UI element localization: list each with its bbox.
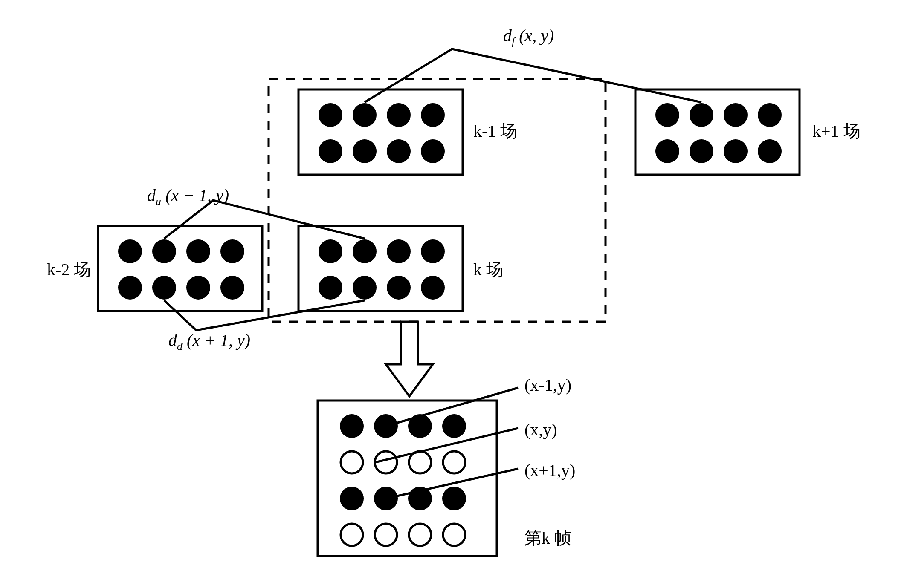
field-k-label: k 场 [473, 258, 503, 281]
svg-point-32 [319, 276, 342, 300]
down-arrow-icon [386, 322, 433, 396]
svg-point-1 [319, 103, 342, 127]
frame-k-label: 第k 帧 [524, 526, 571, 550]
svg-point-2 [353, 103, 377, 127]
du-label: du (x − 1, y) [147, 185, 229, 208]
svg-point-40 [442, 414, 466, 438]
coord-xy: (x,y) [524, 420, 557, 440]
svg-point-17 [758, 139, 782, 163]
svg-point-37 [340, 414, 364, 438]
diagram-stage: df (x, y) du (x − 1, y) dd (x + 1, y) k-… [0, 0, 904, 588]
svg-point-28 [319, 239, 342, 263]
svg-point-41 [341, 451, 363, 473]
svg-point-16 [724, 139, 748, 163]
field-kp1-label: k+1 场 [812, 119, 861, 143]
coord-xm1y: (x-1,y) [524, 375, 571, 395]
svg-point-13 [758, 103, 782, 127]
svg-point-33 [353, 276, 377, 300]
svg-point-51 [409, 524, 431, 546]
svg-point-19 [118, 239, 142, 263]
svg-point-7 [387, 139, 411, 163]
svg-point-4 [421, 103, 445, 127]
dd-connector [164, 300, 365, 330]
field-km1 [298, 89, 463, 175]
svg-point-8 [421, 139, 445, 163]
svg-point-15 [690, 139, 713, 163]
df-label: df (x, y) [503, 26, 554, 48]
svg-point-3 [387, 103, 411, 127]
field-k [298, 226, 463, 311]
svg-point-24 [152, 276, 176, 300]
svg-point-22 [220, 239, 244, 263]
field-km2 [98, 226, 262, 311]
svg-point-48 [442, 487, 466, 510]
svg-point-29 [353, 239, 377, 263]
df-connector [365, 49, 701, 102]
diagram-svg [0, 0, 904, 588]
svg-point-52 [443, 524, 465, 546]
svg-point-50 [375, 524, 397, 546]
svg-point-45 [340, 487, 364, 510]
svg-point-10 [655, 103, 679, 127]
coord-xp1y: (x+1,y) [524, 460, 575, 480]
svg-point-34 [387, 276, 411, 300]
field-km1-label: k-1 场 [473, 119, 517, 143]
svg-point-11 [690, 103, 713, 127]
field-kp1 [635, 89, 800, 175]
svg-point-44 [443, 451, 465, 473]
svg-point-6 [353, 139, 377, 163]
frame-k [318, 401, 497, 556]
svg-point-49 [341, 524, 363, 546]
svg-point-31 [421, 239, 445, 263]
svg-point-35 [421, 276, 445, 300]
svg-point-26 [220, 276, 244, 300]
svg-point-20 [152, 239, 176, 263]
svg-point-23 [118, 276, 142, 300]
svg-point-30 [387, 239, 411, 263]
svg-point-21 [186, 239, 210, 263]
svg-point-5 [319, 139, 342, 163]
svg-point-25 [186, 276, 210, 300]
field-km2-label: k-2 场 [47, 258, 91, 281]
dd-label: dd (x + 1, y) [168, 330, 250, 353]
svg-point-12 [724, 103, 748, 127]
svg-point-14 [655, 139, 679, 163]
